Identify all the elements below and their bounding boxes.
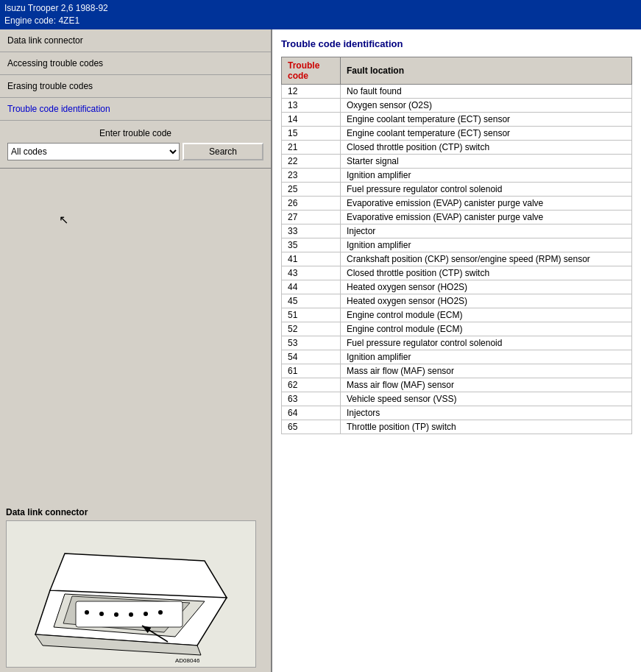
table-row: 64Injectors	[282, 406, 632, 420]
col-header-code: Trouble code	[282, 57, 341, 84]
svg-point-4	[129, 612, 133, 617]
table-row: 35Ignition amplifier	[282, 238, 632, 252]
table-row: 43Closed throttle position (CTP) switch	[282, 266, 632, 280]
connector-diagram: AD08046	[13, 524, 249, 664]
code-cell: 25	[282, 182, 341, 196]
table-row: 51Engine control module (ECM)	[282, 308, 632, 322]
fault-cell: Oxygen sensor (O2S)	[341, 98, 632, 112]
table-row: 15Engine coolant temperature (ECT) senso…	[282, 126, 632, 140]
content-area: ↖	[0, 168, 271, 501]
code-cell: 21	[282, 140, 341, 154]
code-cell: 23	[282, 168, 341, 182]
table-row: 27Evaporative emission (EVAP) canister p…	[282, 210, 632, 224]
code-cell: 26	[282, 196, 341, 210]
svg-point-6	[158, 610, 163, 615]
nav-item-accessing[interactable]: Accessing trouble codes	[0, 52, 271, 75]
table-row: 12No fault found	[282, 84, 632, 98]
code-cell: 12	[282, 84, 341, 98]
table-row: 33Injector	[282, 224, 632, 238]
left-panel: Data link connectorAccessing trouble cod…	[0, 29, 272, 672]
fault-cell: Mass air flow (MAF) sensor	[341, 378, 632, 392]
table-row: 63Vehicle speed sensor (VSS)	[282, 392, 632, 406]
code-cell: 43	[282, 266, 341, 280]
code-cell: 41	[282, 252, 341, 266]
fault-cell: Injector	[341, 224, 632, 238]
section-title: Trouble code identification	[281, 38, 632, 49]
code-cell: 62	[282, 378, 341, 392]
fault-cell: Heated oxygen sensor (HO2S)	[341, 294, 632, 308]
table-row: 45Heated oxygen sensor (HO2S)	[282, 294, 632, 308]
code-cell: 51	[282, 308, 341, 322]
fault-cell: Throttle position (TP) switch	[341, 420, 632, 434]
title-line1: Isuzu Trooper 2,6 1988-92	[4, 2, 637, 15]
table-row: 61Mass air flow (MAF) sensor	[282, 364, 632, 378]
fault-cell: Vehicle speed sensor (VSS)	[341, 392, 632, 406]
diagram-container: AD08046	[6, 520, 256, 668]
diagram-section: Data link connector	[0, 501, 271, 672]
fault-cell: Engine control module (ECM)	[341, 308, 632, 322]
fault-cell: Ignition amplifier	[341, 238, 632, 252]
fault-cell: Heated oxygen sensor (HO2S)	[341, 280, 632, 294]
trouble-table-body: 12No fault found13Oxygen sensor (O2S)14E…	[282, 84, 632, 434]
table-row: 22Starter signal	[282, 154, 632, 168]
code-select[interactable]: All codes1213141521222325262733354143444…	[7, 143, 180, 160]
trouble-code-section: Enter trouble code All codes121314152122…	[0, 121, 271, 168]
trouble-table: Trouble code Fault location 12No fault f…	[281, 57, 632, 434]
table-row: 26Evaporative emission (EVAP) canister p…	[282, 196, 632, 210]
fault-cell: Engine coolant temperature (ECT) sensor	[341, 126, 632, 140]
table-row: 53Fuel pressure regulator control soleno…	[282, 336, 632, 350]
fault-cell: Injectors	[341, 406, 632, 420]
fault-cell: Engine coolant temperature (ECT) sensor	[341, 112, 632, 126]
svg-text:AD08046: AD08046	[175, 657, 200, 664]
code-cell: 15	[282, 126, 341, 140]
fault-cell: Evaporative emission (EVAP) canister pur…	[341, 196, 632, 210]
fault-cell: Ignition amplifier	[341, 168, 632, 182]
table-row: 23Ignition amplifier	[282, 168, 632, 182]
fault-cell: Crankshaft position (CKP) sensor/engine …	[341, 252, 632, 266]
code-cell: 52	[282, 322, 341, 336]
table-row: 62Mass air flow (MAF) sensor	[282, 378, 632, 392]
table-row: 54Ignition amplifier	[282, 350, 632, 364]
fault-cell: Fuel pressure regulator control solenoid	[341, 336, 632, 350]
fault-cell: Closed throttle position (CTP) switch	[341, 266, 632, 280]
table-row: 25Fuel pressure regulator control soleno…	[282, 182, 632, 196]
code-cell: 13	[282, 98, 341, 112]
fault-cell: Starter signal	[341, 154, 632, 168]
table-row: 65Throttle position (TP) switch	[282, 420, 632, 434]
code-cell: 35	[282, 238, 341, 252]
code-cell: 33	[282, 224, 341, 238]
nav-item-data-link[interactable]: Data link connector	[0, 29, 271, 52]
table-row: 21Closed throttle position (CTP) switch	[282, 140, 632, 154]
nav-items: Data link connectorAccessing trouble cod…	[0, 29, 271, 121]
fault-cell: Mass air flow (MAF) sensor	[341, 364, 632, 378]
cursor-indicator: ↖	[59, 213, 68, 227]
fault-cell: Engine control module (ECM)	[341, 322, 632, 336]
diagram-label: Data link connector	[6, 507, 265, 517]
table-row: 13Oxygen sensor (O2S)	[282, 98, 632, 112]
code-cell: 65	[282, 420, 341, 434]
code-cell: 63	[282, 392, 341, 406]
code-cell: 22	[282, 154, 341, 168]
code-cell: 44	[282, 280, 341, 294]
code-cell: 14	[282, 112, 341, 126]
search-button[interactable]: Search	[183, 143, 263, 160]
right-panel[interactable]: Trouble code identification Trouble code…	[272, 29, 641, 672]
code-cell: 53	[282, 336, 341, 350]
title-line2: Engine code: 4ZE1	[4, 15, 637, 27]
svg-point-1	[85, 610, 89, 615]
nav-item-erasing[interactable]: Erasing trouble codes	[0, 75, 271, 98]
code-cell: 45	[282, 294, 341, 308]
svg-point-2	[99, 612, 104, 616]
nav-item-trouble-id[interactable]: Trouble code identification	[0, 98, 271, 121]
table-row: 52Engine control module (ECM)	[282, 322, 632, 336]
svg-point-3	[114, 612, 118, 617]
code-cell: 27	[282, 210, 341, 224]
code-cell: 54	[282, 350, 341, 364]
enter-code-label: Enter trouble code	[7, 128, 263, 138]
code-cell: 64	[282, 406, 341, 420]
fault-cell: Fuel pressure regulator control solenoid	[341, 182, 632, 196]
fault-cell: Closed throttle position (CTP) switch	[341, 140, 632, 154]
fault-cell: Ignition amplifier	[341, 350, 632, 364]
table-row: 44Heated oxygen sensor (HO2S)	[282, 280, 632, 294]
svg-point-5	[144, 612, 148, 616]
